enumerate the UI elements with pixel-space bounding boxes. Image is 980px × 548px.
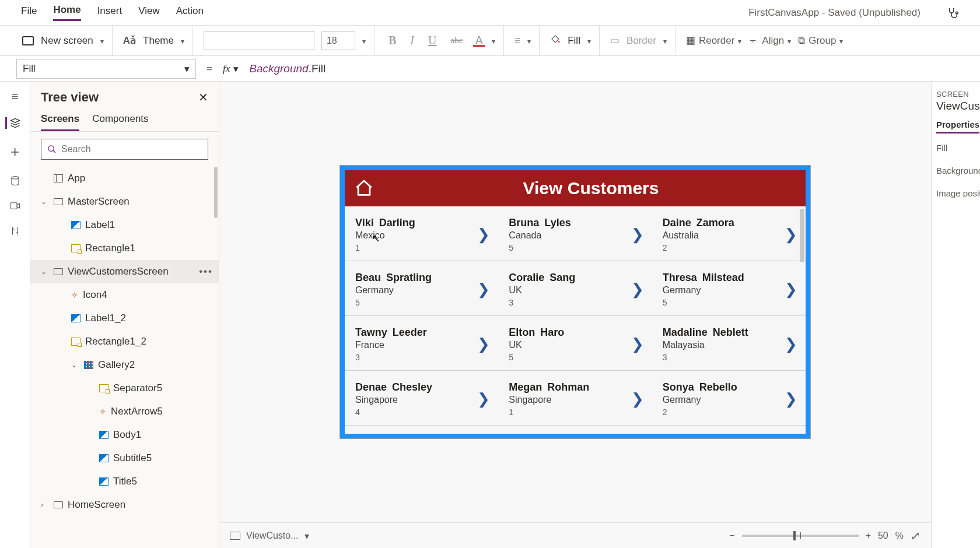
expand-icon[interactable]: › — [41, 501, 49, 509]
menu-view[interactable]: View — [138, 5, 160, 20]
group-button[interactable]: ⧉ Group▾ — [798, 35, 843, 47]
tab-properties[interactable]: Properties — [936, 120, 979, 134]
tree-node-app[interactable]: App — [30, 167, 219, 190]
new-screen-button[interactable]: New screen — [41, 35, 93, 47]
next-arrow-icon[interactable]: ❯ — [477, 390, 490, 408]
border-button[interactable]: Border — [626, 35, 656, 47]
next-arrow-icon[interactable]: ❯ — [785, 280, 797, 298]
prop-fill[interactable]: Fill — [936, 143, 975, 153]
next-arrow-icon[interactable]: ❯ — [477, 335, 490, 353]
chevron-down-icon[interactable]: ▾ — [304, 531, 309, 542]
fx-icon[interactable]: fx ▾ — [223, 62, 239, 75]
gallery-item[interactable]: Coralie SangUK3❯ — [498, 261, 652, 315]
underline-button[interactable]: U — [425, 34, 440, 47]
tree-node-body1[interactable]: Body1 — [30, 423, 219, 447]
chevron-down-icon[interactable]: ▾ — [663, 37, 667, 45]
next-arrow-icon[interactable]: ❯ — [785, 226, 797, 244]
prop-image-position[interactable]: Image posit — [936, 188, 975, 198]
menu-insert[interactable]: Insert — [97, 5, 123, 20]
breadcrumb[interactable]: ViewCusto... — [246, 531, 299, 541]
close-icon[interactable]: ✕ — [198, 90, 208, 104]
collapse-icon[interactable]: ⌄ — [41, 198, 49, 206]
tree-node-homescreen[interactable]: › HomeScreen — [30, 493, 219, 517]
font-family-dropdown[interactable] — [204, 31, 314, 50]
tree-node-subtitle5[interactable]: Subtitle5 — [30, 447, 219, 470]
collapse-icon[interactable]: ⌄ — [71, 361, 79, 369]
gallery-item[interactable]: Thresa MilsteadGermany5❯ — [652, 261, 806, 315]
font-size-input[interactable] — [321, 31, 355, 50]
gallery-item[interactable]: Bruna LylesCanada5❯ — [498, 206, 652, 261]
fullscreen-icon[interactable]: ⤢ — [911, 529, 921, 543]
app-checker-icon[interactable] — [946, 6, 959, 19]
tree-node-masterscreen[interactable]: ⌄ MasterScreen — [30, 190, 219, 213]
next-arrow-icon[interactable]: ❯ — [631, 280, 644, 298]
property-dropdown[interactable]: Fill ▾ — [16, 59, 196, 79]
menu-file[interactable]: File — [21, 5, 37, 20]
italic-button[interactable]: I — [407, 34, 418, 47]
tree-node-rectangle1-2[interactable]: Rectangle1_2 — [30, 330, 219, 353]
chevron-down-icon[interactable]: ▾ — [362, 37, 366, 45]
gallery-item[interactable]: Madaline NeblettMalayasia3❯ — [652, 316, 806, 370]
advanced-tools-icon[interactable] — [10, 225, 20, 237]
zoom-in-button[interactable]: + — [866, 531, 871, 541]
text-align-icon[interactable]: ≡ — [514, 35, 520, 47]
tree-node-rectangle1[interactable]: Rectangle1 — [30, 237, 219, 260]
formula-input[interactable]: Background.Fill — [249, 62, 326, 75]
tree-node-gallery2[interactable]: ⌄ Gallery2 — [30, 353, 219, 377]
next-arrow-icon[interactable]: ❯ — [631, 226, 644, 244]
align-button[interactable]: ⫟ Align▾ — [748, 35, 791, 47]
tree-node-icon4[interactable]: ✧ Icon4 — [30, 283, 219, 307]
tree-node-label1-2[interactable]: Label1_2 — [30, 307, 219, 330]
chevron-down-icon[interactable]: ▾ — [100, 37, 104, 45]
next-arrow-icon[interactable]: ❯ — [631, 335, 644, 353]
tree-node-viewcustomersscreen[interactable]: ⌄ ViewCustomersScreen ••• — [30, 260, 219, 283]
customers-gallery[interactable]: Viki DarlingMexico1❯↖Bruna LylesCanada5❯… — [345, 206, 806, 434]
chevron-down-icon[interactable]: ▾ — [587, 37, 591, 45]
strikethrough-button[interactable]: abc — [447, 36, 466, 45]
tree-search-box[interactable] — [41, 139, 208, 160]
zoom-out-button[interactable]: − — [729, 531, 734, 541]
tree-node-separator5[interactable]: Separator5 — [30, 377, 219, 400]
next-arrow-icon[interactable]: ❯ — [477, 280, 490, 298]
bold-button[interactable]: B — [385, 34, 400, 47]
tree-node-title5[interactable]: Title5 — [30, 470, 219, 493]
menu-home[interactable]: Home — [53, 4, 80, 21]
menu-action[interactable]: Action — [176, 5, 204, 20]
gallery-item[interactable]: Megan RohmanSingapore1❯ — [498, 371, 652, 425]
gallery-item[interactable]: Viki DarlingMexico1❯↖ — [345, 206, 498, 261]
zoom-slider[interactable] — [742, 535, 859, 537]
gallery-item[interactable]: Elton HaroUK5❯ — [498, 316, 652, 370]
home-icon[interactable] — [354, 178, 374, 198]
next-arrow-icon[interactable]: ❯ — [785, 335, 797, 353]
chevron-down-icon[interactable]: ▾ — [492, 37, 495, 45]
search-input[interactable] — [61, 144, 202, 154]
next-arrow-icon[interactable]: ❯ — [477, 226, 490, 244]
gallery-item[interactable]: Daine ZamoraAustralia2❯ — [652, 206, 806, 261]
screen-frame[interactable]: View Customers Viki DarlingMexico1❯↖Brun… — [340, 166, 810, 438]
prop-background[interactable]: Background — [936, 166, 975, 175]
tree-view-icon[interactable] — [5, 117, 21, 129]
gallery-item[interactable]: Tawny LeederFrance3❯ — [345, 316, 498, 370]
next-arrow-icon[interactable]: ❯ — [631, 390, 644, 408]
gallery-item[interactable]: Beau SpratlingGermany5❯ — [345, 261, 498, 315]
reorder-button[interactable]: ▦ Reorder▾ — [686, 34, 741, 47]
tab-screens[interactable]: Screens — [41, 108, 79, 131]
scrollbar-thumb[interactable] — [214, 167, 218, 218]
gallery-item[interactable]: Sonya RebelloGermany2❯ — [652, 371, 806, 425]
tree-node-nextarrow5[interactable]: ✧ NextArrow5 — [30, 400, 219, 423]
data-icon[interactable] — [10, 175, 20, 187]
collapse-icon[interactable]: ⌄ — [41, 268, 49, 276]
chevron-down-icon[interactable]: ▾ — [181, 37, 184, 45]
insert-icon[interactable]: + — [10, 143, 19, 161]
tree-node-label1[interactable]: Label1 — [30, 213, 219, 237]
chevron-down-icon[interactable]: ▾ — [527, 37, 531, 45]
media-icon[interactable] — [9, 201, 21, 211]
fill-button[interactable]: Fill — [568, 35, 580, 47]
hamburger-icon[interactable]: ≡ — [12, 90, 19, 103]
tab-components[interactable]: Components — [92, 108, 148, 131]
theme-button[interactable]: Theme — [143, 35, 174, 47]
gallery-item[interactable]: Denae ChesleySingapore4❯ — [345, 371, 498, 425]
more-icon[interactable]: ••• — [199, 266, 213, 277]
font-color-button[interactable]: A — [473, 34, 485, 47]
next-arrow-icon[interactable]: ❯ — [785, 390, 797, 408]
